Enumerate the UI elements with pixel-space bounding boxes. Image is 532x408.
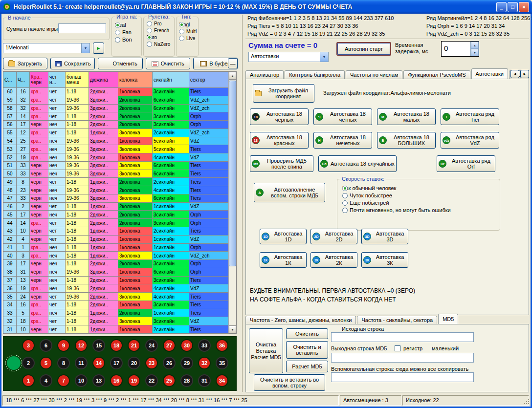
collapse-button[interactable]: —: [228, 58, 238, 68]
wheel-number[interactable]: 19: [128, 374, 140, 387]
wheel-number[interactable]: 28: [180, 374, 193, 387]
autobet-button[interactable]: ТАвтоставка ряд Tier: [441, 108, 499, 125]
tab-1[interactable]: Частота - сиклайны, сектора: [357, 316, 437, 324]
wheel-number[interactable]: 22: [145, 374, 158, 387]
wheel-number[interactable]: 33: [198, 339, 211, 352]
autobet-button[interactable]: 18Автоставка 18 черных: [250, 108, 309, 125]
autobet-button[interactable]: БАвтоставка 18 БОЛЬШИХ: [377, 132, 436, 149]
radio-option[interactable]: Почти мгновенно, но могут быть ошибки: [342, 207, 500, 213]
md5-big-button[interactable]: Очистка Вставка Расчет MD5: [249, 328, 283, 373]
radio-option[interactable]: Fan: [115, 29, 141, 35]
autobet-button[interactable]: 3КАвтоставка 3К: [361, 252, 408, 268]
autobet-button[interactable]: 2КАвтоставка 2К: [310, 252, 357, 268]
wheel-number[interactable]: 32: [198, 357, 211, 369]
wheel-number[interactable]: 21: [128, 339, 140, 352]
autobet-button[interactable]: 1DАвтоставка 1D: [260, 229, 307, 244]
tab-0[interactable]: Частота - Zero, шансы, дюжины, колонки: [245, 316, 356, 324]
wheel-number[interactable]: 5: [40, 357, 52, 369]
autobet-button[interactable]: НАвтоставка 18 нечетных: [313, 132, 372, 149]
resize-grip[interactable]: [523, 398, 529, 404]
spin-up-icon[interactable]: ▲: [471, 42, 479, 49]
scroll-up-icon[interactable]: ▲: [229, 72, 236, 80]
preset-select[interactable]: 1Melonati ▼: [3, 43, 90, 53]
maximize-button[interactable]: □: [508, 2, 518, 12]
radio-option[interactable]: NaZero: [147, 42, 174, 47]
autobet-button[interactable]: СлАвтоставка 18 случайных: [318, 155, 397, 172]
register-checkbox[interactable]: [395, 345, 400, 351]
table-scrollbar[interactable]: ▲ ▼: [228, 72, 236, 333]
md5-calc-button[interactable]: Расчет MD5: [286, 361, 328, 372]
toolbar-button[interactable]: Очистить: [146, 58, 190, 69]
toolbar-button[interactable]: Отменить: [98, 58, 142, 69]
wheel-number[interactable]: 10: [75, 374, 88, 387]
spin-down-icon[interactable]: ▼: [471, 49, 479, 56]
wheel-number[interactable]: 34: [216, 374, 228, 387]
autobet-button[interactable]: ЧАвтоставка 18 четных: [313, 108, 372, 125]
md5-source-input[interactable]: [331, 332, 474, 342]
md5-clear-button[interactable]: Очистить: [286, 328, 328, 339]
tab-2[interactable]: Частоты по числам: [346, 70, 402, 79]
wheel-number[interactable]: 25: [163, 374, 176, 387]
minimize-button[interactable]: _: [496, 2, 507, 12]
wheel-number[interactable]: 27: [163, 339, 176, 352]
radio-option[interactable]: Multi: [179, 29, 198, 34]
autobet-button[interactable]: 3DАвтоставка 3D: [361, 229, 408, 244]
radio-option[interactable]: Еще побыстрей: [342, 200, 500, 206]
autobet-button[interactable]: 1КАвтоставка 1К: [260, 252, 307, 268]
wheel-number[interactable]: 17: [110, 357, 123, 369]
play-button[interactable]: ►: [93, 43, 104, 54]
wheel-number[interactable]: 4: [40, 374, 52, 387]
toolbar-button[interactable]: Загрузить: [3, 58, 47, 69]
scroll-down-icon[interactable]: ▼: [229, 325, 236, 333]
autobet-button[interactable]: OrАвтоставка ряд Orf: [437, 155, 495, 172]
wheel-number[interactable]: 14: [92, 357, 105, 369]
radio-option[interactable]: Live: [179, 36, 198, 41]
radio-option[interactable]: Real: [115, 22, 141, 28]
tab-2[interactable]: MD5: [438, 314, 458, 324]
wheel-number[interactable]: 15: [92, 339, 105, 352]
tab-1[interactable]: Контроль банкролла: [285, 70, 345, 79]
md5-aux-input[interactable]: [331, 372, 474, 382]
radio-option[interactable]: Singl: [179, 22, 198, 27]
wheel-number[interactable]: 31: [198, 374, 211, 387]
autofill-md5-button[interactable]: А Автозаполнение вспом. строки МД5: [254, 183, 325, 202]
tab-scroll-left[interactable]: ◄: [510, 70, 519, 78]
tab-4[interactable]: Автоставки: [471, 68, 508, 79]
wheel-number[interactable]: 23: [145, 357, 158, 369]
start-sum-input[interactable]: [58, 23, 106, 33]
tab-scroll-right[interactable]: ►: [520, 70, 529, 78]
chevron-down-icon[interactable]: ▼: [81, 43, 89, 53]
radio-option[interactable]: Чуток побыстрее: [342, 193, 500, 198]
wheel-number[interactable]: 20: [128, 357, 140, 369]
wheel-number[interactable]: 6: [40, 339, 52, 352]
wheel-number[interactable]: 35: [216, 357, 228, 369]
radio-option[interactable]: Pro: [147, 21, 174, 26]
md5-output-input[interactable]: [331, 353, 474, 363]
wheel-number[interactable]: 11: [75, 357, 88, 369]
close-button[interactable]: ×: [519, 2, 529, 12]
delay-spinner[interactable]: 0 ▲ ▼: [441, 41, 479, 57]
wheel-number[interactable]: 9: [57, 339, 70, 352]
wheel-number[interactable]: 26: [163, 357, 176, 369]
tab-3[interactable]: Функционал PsevdoMS: [403, 70, 470, 79]
autobet-button[interactable]: vdzАвтоставка ряд VdZ: [441, 132, 499, 149]
scrollbar-thumb[interactable]: [229, 81, 236, 266]
wheel-number[interactable]: 18: [110, 339, 123, 352]
radio-option[interactable]: Euro: [147, 35, 174, 40]
md5-clear-paste-button[interactable]: Очистить и вставить: [286, 341, 328, 359]
wheel-number[interactable]: 36: [216, 339, 228, 352]
radio-option[interactable]: French: [147, 28, 174, 33]
autobet-button[interactable]: МАвтоставка 18 малых: [377, 108, 436, 125]
autobet-button[interactable]: М5Проверить МД5 после спина: [250, 155, 313, 172]
autospin-start-button[interactable]: Автоспин старт: [336, 42, 391, 56]
toolbar-button[interactable]: Сохранить: [50, 58, 95, 69]
wheel-number[interactable]: 2: [22, 357, 35, 369]
wheel-number[interactable]: 1: [22, 374, 35, 387]
wheel-number[interactable]: 3: [22, 339, 35, 352]
wheel-zero[interactable]: [7, 356, 21, 370]
wheel-number[interactable]: 7: [57, 374, 70, 387]
autobet-button[interactable]: 18Автоставка 18 красных: [250, 132, 309, 149]
load-coordinates-button[interactable]: Загрузить файл координат: [253, 84, 314, 103]
wheel-number[interactable]: 29: [180, 357, 193, 369]
wheel-number[interactable]: 8: [57, 357, 70, 369]
